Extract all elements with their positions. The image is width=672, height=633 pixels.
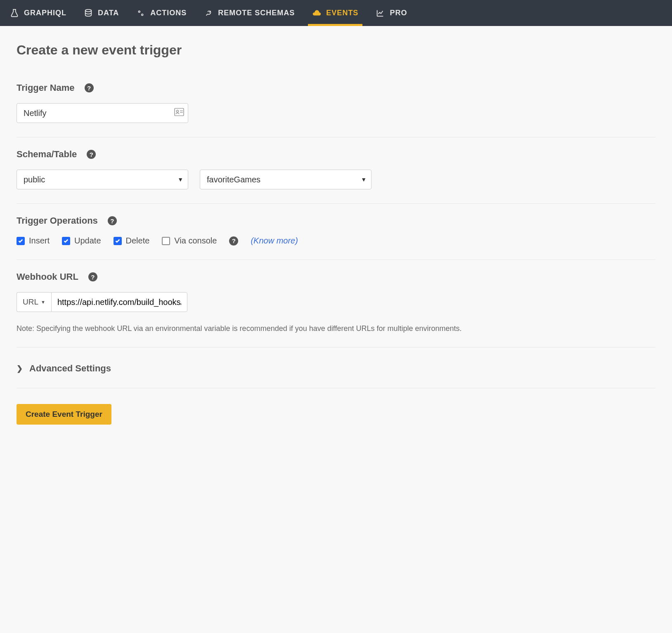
advanced-settings-toggle[interactable]: ❯ Advanced Settings (17, 359, 655, 374)
nav-graphiql[interactable]: GRAPHIQL (10, 0, 66, 26)
nav-label: DATA (98, 9, 119, 17)
flask-icon (10, 9, 19, 18)
update-label: Update (74, 236, 101, 246)
webhook-label: Webhook URL (17, 272, 78, 282)
nav-label: EVENTS (326, 9, 358, 17)
insert-label: Insert (29, 236, 50, 246)
trigger-ops-label: Trigger Operations (17, 215, 98, 226)
webhook-mode-label: URL (23, 298, 38, 307)
svg-point-4 (142, 14, 143, 15)
svg-point-0 (85, 9, 92, 12)
section-trigger-ops: Trigger Operations ? Insert Update Del (17, 215, 655, 260)
help-icon[interactable]: ? (85, 83, 94, 92)
webhook-url-input[interactable] (51, 292, 187, 312)
via-console-checkbox[interactable] (162, 237, 170, 245)
gears-icon (136, 9, 145, 18)
webhook-mode-dropdown[interactable]: URL ▼ (17, 292, 51, 312)
schema-table-label: Schema/Table (17, 149, 77, 160)
svg-point-2 (139, 11, 140, 12)
advanced-label: Advanced Settings (29, 363, 111, 374)
cloud-icon (312, 9, 321, 18)
nav-label: ACTIONS (150, 9, 187, 17)
schema-select[interactable]: public (17, 170, 188, 189)
know-more-link[interactable]: (Know more) (251, 236, 298, 246)
table-select[interactable]: favoriteGames (200, 170, 371, 189)
section-webhook: Webhook URL ? URL ▼ Note: Specifying the… (17, 272, 655, 347)
delete-checkbox[interactable] (114, 237, 122, 245)
plug-icon (204, 9, 213, 18)
create-event-trigger-button[interactable]: Create Event Trigger (17, 404, 111, 425)
trigger-name-input[interactable] (17, 103, 188, 123)
help-icon[interactable]: ? (229, 236, 238, 246)
help-icon[interactable]: ? (87, 150, 96, 159)
caret-down-icon: ▼ (41, 300, 45, 305)
nav-label: GRAPHIQL (24, 9, 66, 17)
svg-point-6 (177, 110, 179, 112)
nav-events[interactable]: EVENTS (312, 0, 358, 26)
nav-label: REMOTE SCHEMAS (218, 9, 295, 17)
webhook-note: Note: Specifying the webhook URL via an … (17, 324, 655, 333)
top-nav: GRAPHIQL DATA ACTIONS REMOTE SCHEMAS EVE… (0, 0, 672, 26)
chart-icon (376, 9, 385, 18)
main-content: Create a new event trigger Trigger Name … (0, 26, 672, 449)
help-icon[interactable]: ? (88, 272, 97, 281)
update-checkbox[interactable] (62, 237, 70, 245)
id-card-icon (174, 108, 184, 118)
help-icon[interactable]: ? (108, 216, 117, 225)
nav-label: PRO (390, 9, 407, 17)
insert-checkbox[interactable] (17, 237, 25, 245)
via-console-label: Via console (174, 236, 217, 246)
page-title: Create a new event trigger (17, 43, 655, 58)
section-advanced: ❯ Advanced Settings (17, 359, 655, 388)
delete-label: Delete (126, 236, 150, 246)
trigger-name-label: Trigger Name (17, 83, 75, 93)
nav-remote-schemas[interactable]: REMOTE SCHEMAS (204, 0, 295, 26)
chevron-right-icon: ❯ (17, 364, 23, 373)
nav-actions[interactable]: ACTIONS (136, 0, 187, 26)
svg-rect-5 (175, 109, 184, 116)
database-icon (84, 9, 93, 18)
section-trigger-name: Trigger Name ? (17, 83, 655, 137)
nav-data[interactable]: DATA (84, 0, 119, 26)
nav-pro[interactable]: PRO (376, 0, 407, 26)
section-schema-table: Schema/Table ? public ▼ favoriteGames ▼ (17, 149, 655, 204)
